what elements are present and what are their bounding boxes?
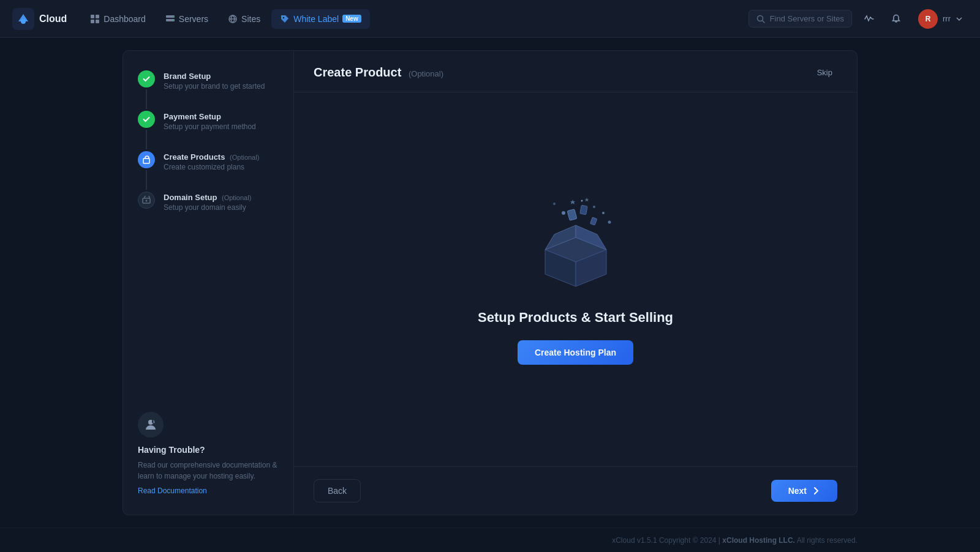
step-circle-done-1 xyxy=(138,70,155,88)
pulse-icon-btn[interactable] xyxy=(859,9,879,29)
svg-point-12 xyxy=(283,17,284,18)
optional-tag: (Optional) xyxy=(409,69,443,78)
step-domain-setup: Domain Setup (Optional) Setup your domai… xyxy=(138,192,279,212)
step-subtitle-1: Setup your brand to get started xyxy=(164,82,265,91)
step-subtitle-2: Setup your payment method xyxy=(164,122,256,131)
svg-rect-28 xyxy=(579,205,587,215)
user-menu[interactable]: R rrr xyxy=(913,7,968,31)
nav-white-label[interactable]: White Label New xyxy=(271,9,370,29)
logo[interactable]: Cloud xyxy=(12,8,67,30)
bell-icon xyxy=(891,14,901,24)
check-icon-2 xyxy=(142,115,151,124)
next-arrow-icon xyxy=(812,487,820,495)
footer-text: xCloud v1.5.1 Copyright © 2024 | xCloud … xyxy=(612,536,858,545)
topbar-right: Find Servers or Sites R rrr xyxy=(748,7,968,31)
step-connector-2 xyxy=(138,111,155,151)
person-help-icon xyxy=(143,417,158,432)
svg-point-17 xyxy=(146,200,148,202)
step-connector-1 xyxy=(138,70,155,111)
svg-point-24 xyxy=(553,203,556,205)
step-text-4: Domain Setup (Optional) Setup your domai… xyxy=(164,192,251,212)
check-icon-1 xyxy=(142,75,151,83)
main-content: Brand Setup Setup your brand to get star… xyxy=(0,38,980,528)
step-create-products: Create Products (Optional) Create custom… xyxy=(138,151,279,192)
step-title-2: Payment Setup xyxy=(164,112,256,121)
help-avatar xyxy=(138,412,164,438)
content-footer: Back Next xyxy=(294,466,857,515)
domain-icon xyxy=(142,196,151,204)
svg-rect-5 xyxy=(96,20,99,23)
svg-point-25 xyxy=(581,200,582,201)
svg-rect-27 xyxy=(567,209,577,220)
svg-line-14 xyxy=(762,20,764,23)
pulse-icon xyxy=(864,14,874,24)
svg-point-26 xyxy=(602,212,605,214)
svg-point-8 xyxy=(173,16,174,17)
step-line-1 xyxy=(146,89,147,109)
svg-rect-29 xyxy=(590,217,597,225)
skip-button[interactable]: Skip xyxy=(812,65,837,80)
content-panel: Create Product (Optional) Skip xyxy=(294,50,858,515)
step-subtitle-4: Setup your domain easily xyxy=(164,203,251,212)
logo-text: Cloud xyxy=(39,13,67,24)
search-box[interactable]: Find Servers or Sites xyxy=(748,10,852,28)
topbar: Cloud Dashboard Servers Sites White Labe… xyxy=(0,0,980,38)
setup-title: Setup Products & Start Selling xyxy=(478,310,673,326)
step-brand-setup: Brand Setup Setup your brand to get star… xyxy=(138,70,279,111)
products-icon xyxy=(142,155,151,164)
page-footer: xCloud v1.5.1 Copyright © 2024 | xCloud … xyxy=(0,528,980,552)
nav-servers[interactable]: Servers xyxy=(157,9,217,29)
nav-dashboard[interactable]: Dashboard xyxy=(81,9,154,29)
svg-point-20 xyxy=(153,422,154,423)
nav-items: Dashboard Servers Sites White Label New xyxy=(81,9,743,29)
chevron-down-icon xyxy=(956,15,963,23)
avatar: R xyxy=(918,9,938,29)
steps-list: Brand Setup Setup your brand to get star… xyxy=(138,70,279,212)
svg-point-22 xyxy=(593,206,595,208)
svg-point-1 xyxy=(21,19,26,24)
help-title: Having Trouble? xyxy=(138,445,279,455)
content-header: Create Product (Optional) Skip xyxy=(294,51,857,92)
sidebar-panel: Brand Setup Setup your brand to get star… xyxy=(123,50,294,515)
step-circle-pending xyxy=(138,192,155,209)
svg-point-21 xyxy=(562,211,565,215)
help-description: Read our comprehensive documentation & l… xyxy=(138,460,279,482)
step-text-3: Create Products (Optional) Create custom… xyxy=(164,151,259,171)
step-text-1: Brand Setup Setup your brand to get star… xyxy=(164,70,265,91)
step-line-2 xyxy=(146,130,147,149)
nav-sites[interactable]: Sites xyxy=(219,9,269,29)
svg-rect-2 xyxy=(91,15,94,18)
step-connector-4 xyxy=(138,192,155,209)
notifications-btn[interactable] xyxy=(886,9,906,29)
step-payment-setup: Payment Setup Setup your payment method xyxy=(138,111,279,151)
create-hosting-plan-button[interactable]: Create Hosting Plan xyxy=(518,340,633,365)
step-circle-active xyxy=(138,151,155,168)
next-button[interactable]: Next xyxy=(771,480,837,502)
content-body: Setup Products & Start Selling Create Ho… xyxy=(294,92,857,466)
step-circle-done-2 xyxy=(138,111,155,128)
username: rrr xyxy=(943,14,951,23)
svg-rect-4 xyxy=(91,20,94,23)
box-illustration xyxy=(521,195,631,293)
step-subtitle-3: Create customized plans xyxy=(164,163,259,171)
step-connector-3 xyxy=(138,151,155,192)
help-link[interactable]: Read Documentation xyxy=(138,487,279,495)
step-title-1: Brand Setup xyxy=(164,72,265,81)
svg-rect-15 xyxy=(143,159,149,163)
svg-rect-3 xyxy=(96,15,99,18)
svg-point-9 xyxy=(173,20,174,21)
step-text-2: Payment Setup Setup your payment method xyxy=(164,111,256,131)
step-title-4: Domain Setup (Optional) xyxy=(164,193,251,202)
search-icon xyxy=(756,15,765,23)
help-section: Having Trouble? Read our comprehensive d… xyxy=(138,412,279,495)
back-button[interactable]: Back xyxy=(314,479,361,502)
content-title: Create Product (Optional) xyxy=(314,65,443,80)
step-title-3: Create Products (Optional) xyxy=(164,152,259,162)
svg-point-23 xyxy=(608,220,611,223)
new-badge: New xyxy=(342,15,361,23)
step-line-3 xyxy=(146,170,147,190)
